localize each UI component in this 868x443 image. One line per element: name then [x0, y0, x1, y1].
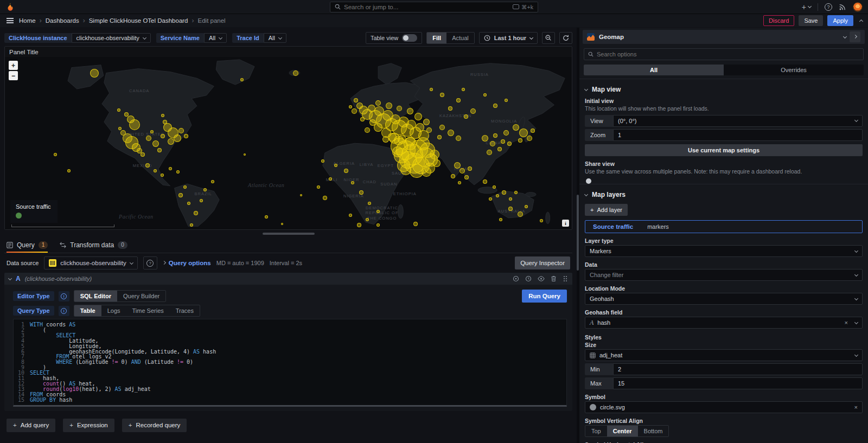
- add-menu-button[interactable]: +: [802, 3, 811, 11]
- map-marker[interactable]: [454, 162, 461, 169]
- map-marker[interactable]: [154, 169, 157, 172]
- discard-button[interactable]: Discard: [763, 15, 794, 26]
- variable-value-dropdown[interactable]: All: [204, 33, 227, 43]
- map-marker[interactable]: [118, 127, 122, 130]
- map-marker[interactable]: [422, 167, 431, 177]
- map-marker[interactable]: [496, 194, 499, 197]
- map-marker[interactable]: [518, 138, 522, 143]
- map-marker[interactable]: [400, 164, 411, 175]
- map-marker[interactable]: [493, 133, 497, 138]
- map-marker[interactable]: [376, 210, 380, 213]
- sql-editor[interactable]: 1WITH coords AS2 (3 SELECT4 Latitude,5 L…: [13, 319, 567, 407]
- map-marker[interactable]: [458, 181, 461, 184]
- map-marker[interactable]: [540, 219, 543, 222]
- editor-type-sql-editor[interactable]: SQL Editor: [74, 291, 117, 301]
- map-marker[interactable]: [349, 105, 352, 108]
- map-marker[interactable]: [67, 169, 71, 172]
- collapse-pane-icon[interactable]: [859, 19, 863, 23]
- map-marker[interactable]: [483, 179, 487, 184]
- map-view-header[interactable]: Map view: [585, 85, 863, 97]
- pane-divider[interactable]: [577, 28, 579, 443]
- map-marker[interactable]: [161, 114, 164, 117]
- map-marker[interactable]: [508, 207, 513, 211]
- view-select[interactable]: (0°, 0°): [613, 115, 863, 127]
- map-marker[interactable]: [187, 202, 190, 205]
- map-marker[interactable]: [394, 136, 404, 145]
- map-marker[interactable]: [433, 159, 441, 167]
- map-marker[interactable]: [244, 153, 246, 156]
- map-marker[interactable]: [90, 69, 99, 78]
- help-icon[interactable]: ?: [825, 3, 832, 11]
- collapse-options-button[interactable]: [850, 31, 860, 42]
- map-marker[interactable]: [404, 137, 417, 150]
- symbol-select[interactable]: circle.svg ×: [585, 401, 863, 413]
- clear-icon[interactable]: ×: [845, 319, 848, 326]
- time-range-picker[interactable]: Last 1 hour: [479, 32, 538, 44]
- map-marker[interactable]: [352, 108, 357, 114]
- layer-type-select[interactable]: Markers: [585, 245, 863, 257]
- map-marker[interactable]: [392, 146, 403, 157]
- expression-button[interactable]: +Expression: [63, 419, 114, 432]
- map-marker[interactable]: [493, 185, 496, 189]
- actual-option[interactable]: Actual: [446, 33, 474, 43]
- map-marker[interactable]: [489, 197, 492, 201]
- editor-type-query-builder[interactable]: Query Builder: [117, 291, 165, 301]
- query-type-table[interactable]: Table: [74, 305, 101, 316]
- variable-value-dropdown[interactable]: All: [264, 33, 286, 43]
- clear-icon[interactable]: ×: [854, 404, 858, 410]
- map-marker[interactable]: [169, 167, 172, 170]
- map-marker[interactable]: [157, 148, 162, 152]
- run-query-button[interactable]: Run Query: [522, 290, 567, 303]
- panel-resize-handle[interactable]: [263, 233, 315, 235]
- map-marker[interactable]: [178, 193, 183, 197]
- refresh-button[interactable]: [559, 32, 572, 44]
- min-input[interactable]: [613, 363, 863, 375]
- map-marker[interactable]: [437, 135, 442, 139]
- sva-top[interactable]: Top: [585, 426, 607, 436]
- map-marker[interactable]: [178, 128, 184, 133]
- map-marker[interactable]: [509, 197, 512, 201]
- save-button[interactable]: Save: [799, 15, 823, 26]
- query-options-toggle[interactable]: Query options: [163, 260, 211, 266]
- map-marker[interactable]: [141, 152, 145, 157]
- map-layers-header[interactable]: Map layers: [585, 190, 863, 202]
- panel-title[interactable]: Panel Title: [5, 47, 572, 57]
- map-marker[interactable]: [490, 141, 495, 146]
- map-marker[interactable]: [527, 136, 532, 141]
- map-marker[interactable]: [317, 185, 320, 189]
- map-attribution-button[interactable]: i: [562, 220, 569, 227]
- disable-query-icon[interactable]: [513, 275, 519, 282]
- map-marker[interactable]: [482, 135, 488, 142]
- map-marker[interactable]: [211, 180, 214, 183]
- editor-type-info[interactable]: i: [59, 291, 69, 301]
- map-marker[interactable]: [357, 223, 361, 227]
- map-marker[interactable]: [376, 223, 380, 227]
- map-marker[interactable]: [281, 223, 283, 225]
- map-marker[interactable]: [293, 70, 298, 76]
- map-marker[interactable]: [439, 125, 445, 130]
- map-marker[interactable]: [369, 119, 376, 126]
- map-marker[interactable]: [451, 174, 455, 178]
- apply-button[interactable]: Apply: [827, 15, 853, 26]
- map-marker[interactable]: [174, 134, 181, 142]
- map-marker[interactable]: [150, 130, 154, 133]
- sva-center[interactable]: Center: [607, 426, 638, 436]
- map-marker[interactable]: [497, 147, 502, 151]
- drag-handle-icon[interactable]: [563, 275, 568, 282]
- tab-all[interactable]: All: [584, 65, 724, 75]
- add-query-button[interactable]: +Add query: [7, 419, 55, 432]
- map-marker[interactable]: [168, 138, 174, 145]
- map-marker[interactable]: [531, 129, 535, 133]
- map-marker[interactable]: [145, 163, 150, 168]
- menu-icon[interactable]: [5, 17, 15, 24]
- variable-value-dropdown[interactable]: clickhouse-observability: [72, 33, 151, 43]
- map-marker[interactable]: [525, 205, 528, 208]
- geomap[interactable]: RUSSIACANADAUNITED STATESMEXICOBRAZILKAZ…: [5, 57, 572, 229]
- map-marker[interactable]: [417, 137, 430, 150]
- map-marker[interactable]: [470, 108, 476, 114]
- options-scrollbar[interactable]: [577, 195, 579, 271]
- map-marker[interactable]: [163, 120, 167, 124]
- map-marker[interactable]: [459, 168, 465, 174]
- visualization-picker[interactable]: Geomap: [583, 30, 865, 44]
- map-marker[interactable]: [120, 130, 126, 136]
